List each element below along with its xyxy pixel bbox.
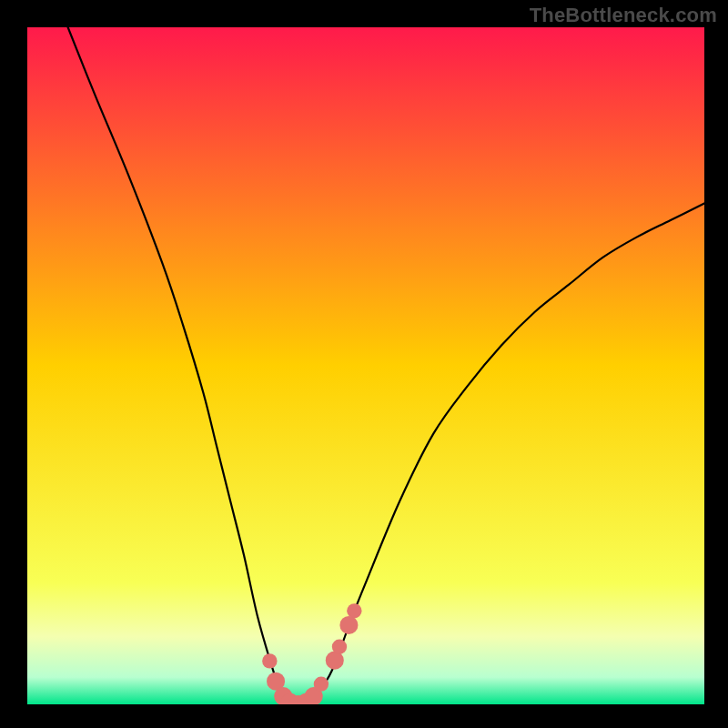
highlight-dot: [332, 640, 347, 654]
watermark-text: TheBottleneck.com: [530, 4, 717, 27]
highlight-dot: [347, 603, 361, 618]
highlight-dot: [262, 653, 277, 668]
highlight-dot: [339, 616, 358, 634]
bottleneck-chart: [0, 0, 728, 728]
chart-frame: TheBottleneck.com: [0, 0, 728, 728]
plot-background: [27, 27, 704, 704]
highlight-dot: [314, 677, 329, 692]
